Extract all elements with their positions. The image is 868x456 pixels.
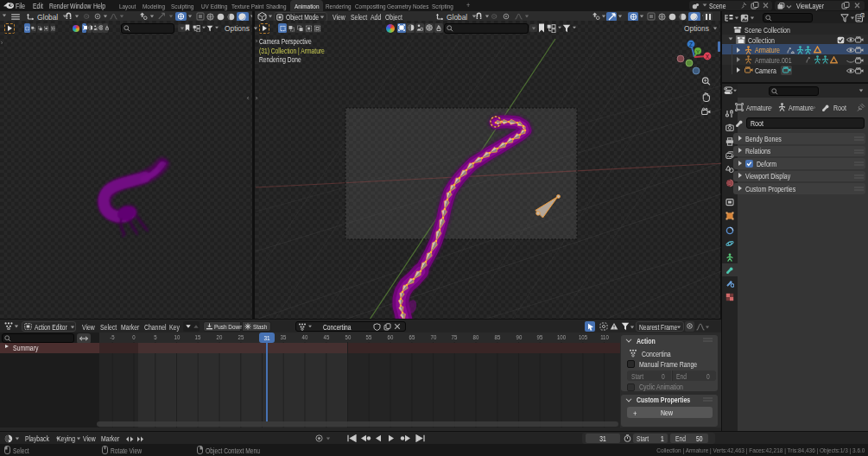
svg-text:X: X <box>706 54 710 60</box>
svg-text:Z: Z <box>689 41 693 48</box>
svg-text:Y: Y <box>696 49 700 54</box>
